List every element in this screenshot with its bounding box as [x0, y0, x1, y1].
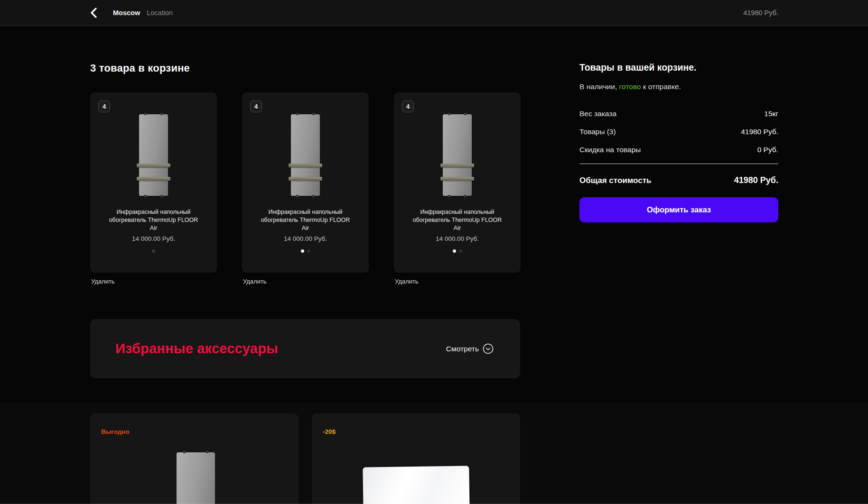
page-title: 3 товара в корзине — [90, 62, 190, 74]
accessories-banner[interactable]: Избранные аксессуары Смотреть — [90, 319, 520, 378]
product-title: Инфракрасный напольный обогреватель Ther… — [410, 208, 505, 232]
promo-card-deal[interactable]: Выгодно — [90, 413, 299, 504]
remove-item-link[interactable]: Удалить — [242, 278, 267, 285]
product-image — [394, 114, 521, 196]
quantity-badge: 4 — [402, 101, 414, 112]
cart-item-column: 4 Инфракрасный напольный обогреватель Th… — [394, 92, 521, 285]
remove-item-link[interactable]: Удалить — [394, 278, 419, 285]
checkout-button[interactable]: Оформить заказ — [579, 197, 778, 222]
carousel-dots[interactable] — [394, 249, 521, 253]
accessories-title: Избранные аксессуары — [115, 341, 278, 357]
back-button[interactable] — [88, 8, 99, 18]
heater-panel-graphic — [139, 114, 168, 196]
product-image — [90, 114, 217, 196]
chevron-down-circle-icon — [483, 343, 494, 354]
total-label: Общая стоимость — [579, 176, 652, 185]
accessories-view-button[interactable]: Смотреть — [446, 343, 494, 354]
heater-panel-graphic — [443, 114, 472, 196]
total-value: 41980 Руб. — [734, 175, 778, 185]
availability-status: В наличии, готово к отправке. — [579, 82, 778, 91]
back-icon — [90, 8, 97, 18]
product-image — [242, 114, 369, 196]
quantity-badge: 4 — [250, 101, 262, 112]
topbar-cart-total: 41980 Руб. — [743, 9, 778, 17]
cart-items-row: 4 Инфракрасный напольный обогреватель Th… — [90, 92, 521, 285]
carousel-dots[interactable] — [242, 249, 369, 253]
summary-row-weight: Вес заказа 15кг — [579, 110, 778, 118]
cart-item-card[interactable]: 4 Инфракрасный напольный обогреватель Th… — [242, 92, 369, 273]
product-title: Инфракрасный напольный обогреватель Ther… — [258, 208, 353, 232]
carousel-dots[interactable] — [90, 249, 217, 253]
white-panel-graphic — [363, 466, 469, 504]
product-price: 14 000.00 Руб. — [242, 235, 369, 242]
promo-card-discount[interactable]: -20$ — [312, 413, 520, 504]
summary-row-items: Товары (3) 41980 Руб. — [579, 128, 778, 136]
summary-title: Товары в вашей корзине. — [579, 62, 778, 73]
status-ready: готово — [619, 82, 641, 91]
promo-badge: -20$ — [323, 428, 336, 435]
cart-item-column: 4 Инфракрасный напольный обогреватель Th… — [90, 92, 217, 285]
summary-total-row: Общая стоимость 41980 Руб. — [579, 175, 778, 185]
cart-item-card[interactable]: 4 Инфракрасный напольный обогреватель Th… — [394, 92, 521, 273]
order-summary: Товары в вашей корзине. В наличии, готов… — [579, 62, 778, 222]
quantity-badge: 4 — [98, 101, 110, 112]
promo-badge: Выгодно — [101, 428, 130, 435]
top-bar: Moscow Location 41980 Руб. — [0, 0, 868, 26]
summary-row-discount: Скидка на товары 0 Руб. — [579, 146, 778, 154]
product-title: Инфракрасный напольный обогреватель Ther… — [106, 208, 201, 232]
product-price: 14 000.00 Руб. — [394, 235, 521, 242]
location-label: Location — [147, 9, 173, 17]
view-label: Смотреть — [446, 345, 479, 353]
summary-divider — [579, 164, 778, 164]
product-price: 14 000.00 Руб. — [90, 235, 217, 242]
cart-item-column: 4 Инфракрасный напольный обогреватель Th… — [242, 92, 369, 285]
city-selector[interactable]: Moscow — [113, 9, 140, 17]
heater-panel-graphic — [177, 452, 215, 504]
cart-item-card[interactable]: 4 Инфракрасный напольный обогреватель Th… — [90, 92, 217, 273]
remove-item-link[interactable]: Удалить — [90, 278, 115, 285]
heater-panel-graphic — [291, 114, 320, 196]
